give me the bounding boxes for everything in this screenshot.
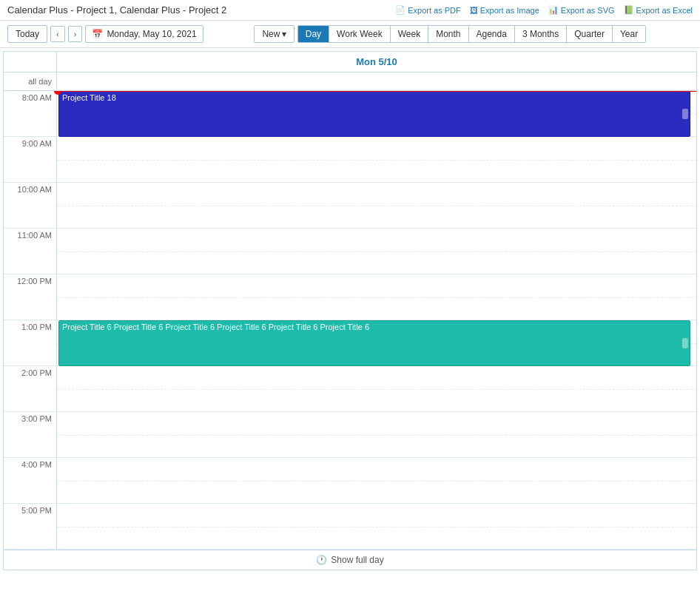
event-block[interactable]: Project Title 6 Project Title 6 Project … bbox=[58, 320, 690, 366]
toolbar-left: Today ‹ › 📅 Monday, May 10, 2021 bbox=[7, 25, 203, 43]
export-pdf-button[interactable]: Export as PDF bbox=[395, 5, 461, 15]
time-label: 2:00 PM bbox=[4, 366, 57, 411]
event-block[interactable]: Project Title 18 bbox=[58, 91, 690, 137]
svg-icon bbox=[548, 5, 559, 15]
time-label: 3:00 PM bbox=[4, 412, 57, 457]
time-label: 10:00 AM bbox=[4, 183, 57, 228]
time-label: 11:00 AM bbox=[4, 229, 57, 274]
tab-day[interactable]: Day bbox=[298, 26, 329, 42]
footer-bar: 🕐 Show full day bbox=[4, 550, 696, 570]
time-row: 2:00 PM bbox=[4, 366, 696, 412]
time-row: 3:00 PM bbox=[4, 412, 696, 458]
time-row: 5:00 PM bbox=[4, 504, 696, 550]
calendar-container: Mon 5/10 all day 8:00 AM9:00 AM10:00 AM1… bbox=[3, 51, 697, 570]
tab-quarter[interactable]: Quarter bbox=[567, 26, 613, 42]
today-button[interactable]: Today bbox=[7, 25, 47, 43]
time-label: 12:00 PM bbox=[4, 274, 57, 320]
page-title: Calendar Plus - Project 1, Calendar Plus… bbox=[7, 4, 226, 16]
time-label: 9:00 AM bbox=[4, 137, 57, 182]
new-button[interactable]: New ▾ bbox=[254, 25, 295, 43]
tab-3months[interactable]: 3 Months bbox=[515, 26, 567, 42]
export-svg-button[interactable]: Export as SVG bbox=[548, 5, 615, 15]
calendar-icon: 📅 bbox=[92, 29, 103, 39]
tab-week[interactable]: Week bbox=[391, 26, 428, 42]
tab-workweek[interactable]: Work Week bbox=[329, 26, 391, 42]
tab-month[interactable]: Month bbox=[428, 26, 468, 42]
time-label: 8:00 AM bbox=[4, 91, 57, 136]
tab-agenda[interactable]: Agenda bbox=[469, 26, 515, 42]
header-bar: Calendar Plus - Project 1, Calendar Plus… bbox=[0, 0, 700, 21]
time-row: 11:00 AM bbox=[4, 229, 696, 274]
export-image-button[interactable]: Export as Image bbox=[470, 5, 539, 15]
time-label: 4:00 PM bbox=[4, 458, 57, 503]
view-tabs: Day Work Week Week Month Agenda 3 Months… bbox=[297, 25, 646, 43]
allday-row: all day bbox=[4, 72, 696, 91]
time-rows: 8:00 AM9:00 AM10:00 AM11:00 AM12:00 PM1:… bbox=[4, 91, 696, 550]
date-display: 📅 Monday, May 10, 2021 bbox=[85, 25, 203, 43]
day-header-cell: Mon 5/10 bbox=[57, 52, 696, 72]
tab-year[interactable]: Year bbox=[613, 26, 645, 42]
event-resize-handle[interactable] bbox=[682, 109, 688, 119]
prev-button[interactable]: ‹ bbox=[50, 26, 65, 42]
export-excel-button[interactable]: Export as Excel bbox=[624, 5, 693, 15]
allday-label: all day bbox=[4, 72, 57, 90]
current-time-line bbox=[57, 91, 696, 92]
toolbar-center: New ▾ Day Work Week Week Month Agenda 3 … bbox=[208, 25, 693, 43]
show-full-day-button[interactable]: 🕐 Show full day bbox=[316, 555, 383, 565]
export-buttons: Export as PDF Export as Image Export as … bbox=[395, 5, 693, 15]
next-button[interactable]: › bbox=[68, 26, 83, 42]
clock-icon: 🕐 bbox=[316, 555, 327, 565]
time-grid[interactable]: 8:00 AM9:00 AM10:00 AM11:00 AM12:00 PM1:… bbox=[4, 91, 696, 550]
toolbar: Today ‹ › 📅 Monday, May 10, 2021 New ▾ D… bbox=[0, 21, 700, 48]
excel-icon bbox=[624, 5, 634, 15]
time-row: 4:00 PM bbox=[4, 458, 696, 504]
dropdown-arrow-icon: ▾ bbox=[282, 29, 286, 39]
pdf-icon bbox=[395, 5, 405, 15]
day-header: Mon 5/10 bbox=[4, 52, 696, 72]
event-resize-handle[interactable] bbox=[682, 338, 688, 348]
time-label: 5:00 PM bbox=[4, 504, 57, 549]
time-row: 12:00 PM bbox=[4, 274, 696, 320]
time-label: 1:00 PM bbox=[4, 320, 57, 365]
image-icon bbox=[470, 6, 478, 15]
time-row: 9:00 AM bbox=[4, 137, 696, 183]
allday-cell bbox=[57, 72, 696, 90]
time-gutter-header bbox=[4, 52, 57, 72]
time-row: 10:00 AM bbox=[4, 183, 696, 229]
